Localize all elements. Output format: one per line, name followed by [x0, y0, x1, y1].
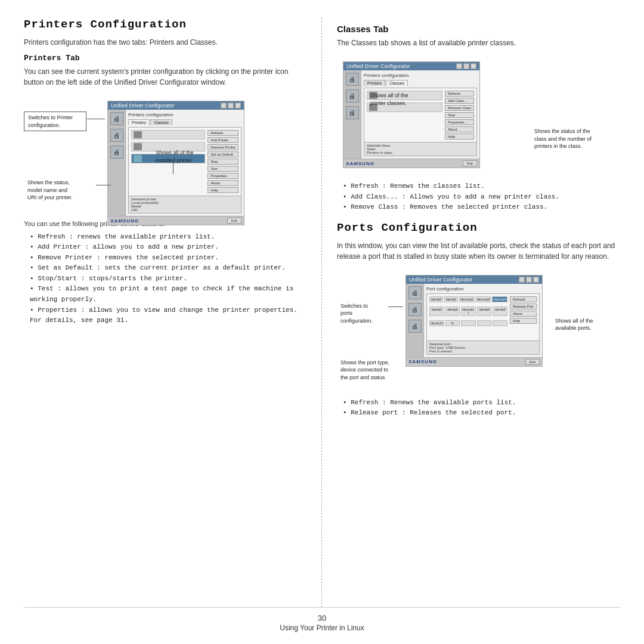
port-item-lp0[interactable]: /dev/lp0 — [429, 296, 443, 302]
ports-main-area: Port configuration /dev/lp0 /dev/lp1 /de… — [424, 284, 542, 357]
ports-status-shared: Port is shared: — [429, 349, 537, 353]
printers-config-title: Printers Configuration — [24, 18, 309, 31]
ports-exit-btn[interactable]: Exit — [525, 359, 540, 365]
annotation-classes-text: Shows all of theprinter classes. — [370, 92, 408, 106]
sidebar-icon-3[interactable]: 🖨 — [110, 145, 123, 159]
ss-ports-about-btn[interactable]: About — [510, 311, 537, 317]
ss-help-btn[interactable]: Help — [208, 187, 239, 193]
classes-header-label: Printers configuration — [364, 73, 477, 78]
port-item-lp10[interactable]: /dev/lp10 — [429, 320, 444, 326]
page-number: 30 — [318, 614, 326, 623]
ss-classes-stop-btn[interactable]: Stop — [445, 112, 474, 118]
ss-properties-btn[interactable]: Properties — [208, 173, 239, 179]
ports-tab-content: /dev/lp0 /dev/lp1 /dev/usb2 /dev/usb3 /d… — [426, 293, 540, 341]
ss-release-port-btn[interactable]: Release Port — [510, 304, 537, 309]
two-column-layout: Printers Configuration Printers configur… — [24, 18, 620, 607]
ports-intro: In this window, you can view the list of… — [337, 240, 620, 262]
win-btn-min[interactable]: ? — [221, 103, 227, 109]
port-item-lp6[interactable]: /dev/lp6 — [445, 306, 460, 316]
ss-ports-refresh-btn[interactable]: Refresh — [510, 296, 537, 302]
classes-bullet-remove: Remove Class : Removes the selected prin… — [337, 202, 620, 213]
classes-exit-btn[interactable]: Exit — [463, 160, 477, 166]
classes-tab-printers[interactable]: Printers — [364, 80, 385, 86]
printers-titlebar: Unified Driver Configurator ? □ ✕ — [108, 101, 244, 110]
classes-screenshot: Unified Driver Configurator ? □ ✕ 🖨 🖨 🖨 — [343, 61, 480, 168]
port-item-lp1[interactable]: /dev/lp1 — [444, 296, 458, 302]
ports-bullet-refresh: Refresh : Renews the available ports lis… — [337, 398, 620, 408]
port-item-lp9[interactable]: /dev/lp9 — [493, 306, 507, 316]
ss-add-printer-btn[interactable]: Add Printer — [208, 137, 239, 143]
printers-tab-desc: You can see the current system's printer… — [24, 66, 309, 88]
port-item-lp5[interactable]: /dev/lp5 — [429, 306, 444, 316]
annotation-status-text: Shows the status,model name andURI of yo… — [27, 179, 73, 200]
ports-button-panel: Refresh Release Port About Help — [510, 296, 537, 338]
port-item-usb4[interactable]: /dev/usb4 — [492, 296, 507, 302]
annotation-line-status — [96, 185, 111, 185]
ports-titlebar-text: Unified Driver Configurator — [409, 277, 473, 283]
classes-bullet-list: Refresh : Renews the classes list. Add C… — [337, 181, 620, 213]
ss-ports-help-btn[interactable]: Help — [510, 318, 537, 324]
ss-add-class-btn[interactable]: Add Class... — [445, 98, 474, 104]
ports-bullet-release: Release port : Releases the selected por… — [337, 408, 620, 419]
classes-sidebar-icon-3[interactable]: 🖨 — [346, 106, 359, 119]
printers-exit-btn[interactable]: Exit — [227, 218, 242, 224]
printers-titlebar-text: Unified Driver Configurator — [111, 103, 175, 109]
annotation-ports-shows-text: Shows all of theavailable ports. — [555, 318, 593, 332]
classes-tab-classes[interactable]: Classes — [386, 80, 408, 86]
ss-classes-about-btn[interactable]: About — [445, 126, 474, 132]
ss-about-btn[interactable]: About — [208, 180, 239, 186]
win-controls: ? □ ✕ — [221, 103, 241, 109]
page: Printers Configuration Printers configur… — [0, 0, 644, 644]
win-btn-close[interactable]: ✕ — [235, 103, 241, 109]
ss-remove-class-btn[interactable]: Remove Class — [445, 105, 474, 111]
ports-screenshot-inner: 🖨 🖨 🖨 Port configuration /dev/lp0 — [406, 284, 542, 357]
annotation-port-type-text: Shows the port type,device connected tot… — [340, 360, 389, 380]
bullet-remove: Remove Printer : removes the selected pr… — [24, 253, 309, 264]
classes-win-close[interactable]: ✕ — [470, 63, 476, 69]
ports-screenshot: Unified Driver Configurator ? □ ✕ 🖨 🖨 🖨 — [405, 275, 543, 367]
ss-classes-prop-btn[interactable]: Properties... — [445, 119, 474, 125]
classes-win-min[interactable]: ? — [456, 63, 462, 69]
page-footer-label: Using Your Printer in Linux — [280, 624, 364, 632]
ports-sidebar-icon-2[interactable]: 🖨 — [408, 303, 422, 316]
ports-win-max[interactable]: □ — [526, 277, 532, 283]
ports-win-min[interactable]: ? — [519, 277, 525, 283]
ports-screenshot-container: Switches toportsconfiguration. Unified D… — [337, 268, 620, 393]
ports-grid-row3: /dev/lp10 /b — [429, 320, 507, 326]
printer-list-item-1[interactable] — [131, 130, 205, 140]
classes-footer: SAMSUNG Exit — [343, 159, 479, 168]
classes-win-max[interactable]: □ — [463, 63, 469, 69]
ss-classes-refresh-btn[interactable]: Refresh — [445, 91, 474, 97]
printers-tab-printers[interactable]: Printers — [128, 119, 150, 125]
printers-footer: SAMSUNG Exit — [108, 216, 244, 225]
ss-refresh-btn[interactable]: Refresh — [208, 130, 239, 136]
sidebar-icon-2[interactable]: 🖨 — [110, 129, 123, 142]
port-item-lp8[interactable]: /dev/lp8 — [477, 306, 492, 316]
page-footer: 30 Using Your Printer in Linux — [24, 607, 620, 632]
win-btn-max[interactable]: □ — [228, 103, 234, 109]
annotation-port-type: Shows the port type,device connected tot… — [337, 357, 405, 383]
ports-bullet-list: Refresh : Renews the available ports lis… — [337, 398, 620, 419]
classes-bullet-refresh: Refresh : Renews the classes list. — [337, 181, 620, 192]
port-item-b[interactable]: /b — [445, 320, 460, 326]
classes-tabs: Printers Classes — [364, 80, 477, 86]
port-item-usb7[interactable]: /dev/usb-7 — [461, 306, 476, 316]
annotation-classes-status: Shows the status of theclass and the num… — [531, 126, 620, 152]
classes-titlebar: Unified Driver Configurator ? □ ✕ — [343, 62, 479, 70]
port-item-usb3[interactable]: /dev/usb3 — [476, 296, 491, 302]
ports-win-close[interactable]: ✕ — [533, 277, 539, 283]
ports-header-label: Port configuration — [426, 286, 540, 292]
ports-sidebar-icon-1[interactable]: 🖨 — [408, 286, 422, 299]
printers-tab-classes[interactable]: Classes — [150, 119, 172, 125]
sidebar-icon-1[interactable]: 🖨 — [110, 112, 123, 125]
ss-test-btn[interactable]: Test — [208, 166, 239, 172]
port-item-usb2[interactable]: /dev/usb2 — [459, 296, 475, 302]
classes-sidebar-icon-2[interactable]: 🖨 — [346, 89, 359, 103]
bullet-test: Test : allows you to print a test page t… — [24, 284, 309, 305]
classes-sidebar-icon-1[interactable]: 🖨 — [346, 73, 359, 86]
ss-classes-help-btn[interactable]: Help — [445, 134, 474, 140]
annotation-ports-shows: Shows all of theavailable ports. — [552, 315, 620, 334]
ports-sidebar-icon-3[interactable]: 🖨 — [408, 320, 422, 333]
printers-intro: Printers configuration has the two tabs:… — [24, 37, 309, 48]
classes-screenshot-inner: 🖨 🖨 🖨 Printers configuration Printers Cl… — [343, 70, 479, 159]
